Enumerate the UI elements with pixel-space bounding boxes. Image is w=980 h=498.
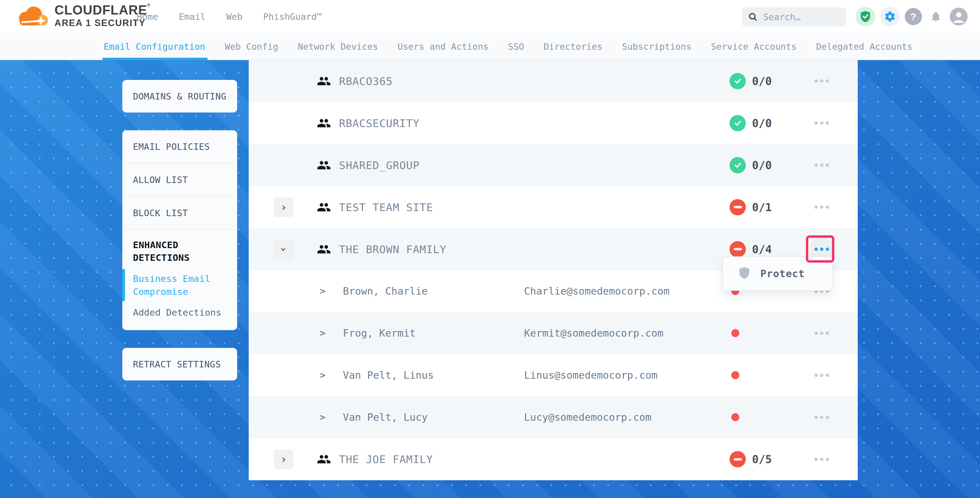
dot-icon [820, 80, 823, 83]
dot-icon [826, 205, 829, 209]
table-row-rbaco365: RBACO3650/0 [249, 60, 858, 102]
chevron-icon: › [280, 202, 287, 213]
section-tabs: Email ConfigurationWeb ConfigNetwork Dev… [0, 33, 980, 60]
annotation-highlight [806, 235, 834, 263]
dot-icon [820, 416, 823, 419]
group-name: TEST TEAM SITE [339, 201, 433, 213]
status-dot [731, 329, 739, 337]
row-actions-menu-button[interactable] [809, 111, 834, 135]
sidebar-section-enhanced-detections: ENHANCED DETECTIONSBusiness Email Compro… [122, 230, 237, 330]
minus-icon [733, 206, 742, 208]
protected-count: 0/5 [752, 453, 772, 466]
row-actions-menu-button[interactable] [809, 153, 834, 178]
dot-icon [815, 164, 818, 167]
tab-web-config[interactable]: Web Config [225, 33, 278, 59]
header-icon-cluster: ? [856, 0, 967, 33]
topnav-item-web[interactable]: Web [226, 11, 242, 22]
dot-icon [820, 164, 823, 167]
dot-icon [826, 416, 829, 419]
sidebar-card-retract: RETRACT SETTINGS [122, 348, 237, 380]
tab-service-accounts[interactable]: Service Accounts [711, 33, 796, 59]
group-icon [317, 158, 331, 172]
top-navigation: HomeEmailWebPhishGuard™ [137, 0, 322, 33]
dot-icon [815, 205, 818, 209]
sidebar-item-enhanced-detections[interactable]: ENHANCED DETECTIONS [133, 239, 226, 264]
sidebar-item-domains-routing[interactable]: DOMAINS & ROUTING [122, 80, 237, 113]
sidebar-item-allow-list[interactable]: ALLOW LIST [122, 164, 237, 196]
member-email: Linus@somedemocorp.com [524, 369, 657, 381]
dot-icon [820, 121, 823, 125]
search-input[interactable] [763, 12, 837, 22]
search-box[interactable] [742, 7, 846, 26]
member-chevron-icon[interactable]: > [320, 412, 325, 423]
dot-icon [826, 164, 829, 167]
avatar-icon[interactable] [950, 8, 967, 25]
help-icon[interactable]: ? [905, 8, 922, 25]
row-actions-menu-button[interactable] [809, 195, 834, 220]
tab-users-and-actions[interactable]: Users and Actions [398, 33, 488, 59]
topnav-item-phishguard[interactable]: PhishGuard™ [263, 11, 322, 22]
shield-icon [738, 266, 750, 281]
sidebar-item-retract-settings[interactable]: RETRACT SETTINGS [122, 348, 237, 380]
dot-icon [826, 80, 829, 83]
status-blocked-badge [730, 241, 746, 257]
groups-table: RBACO3650/0RBACSECURITY0/0SHARED_GROUP0/… [249, 60, 858, 480]
cloudflare-cloud-icon [15, 5, 51, 30]
status-ok-badge [730, 157, 746, 173]
chevron-icon: › [280, 454, 287, 465]
topnav-item-email[interactable]: Email [179, 11, 205, 22]
sidebar-subitem-business-email-compromise[interactable]: Business Email Compromise [122, 272, 237, 298]
row-actions-menu-button[interactable] [809, 447, 834, 472]
tab-subscriptions[interactable]: Subscriptions [622, 33, 692, 59]
sidebar-subitem-added-detections[interactable]: Added Detections [122, 306, 237, 319]
collapse-button[interactable]: › [274, 240, 293, 259]
protected-count: 0/0 [752, 159, 772, 172]
sidebar-item-block-list[interactable]: BLOCK LIST [122, 197, 237, 229]
gear-icon[interactable] [880, 7, 900, 26]
row-actions-menu-button[interactable] [809, 363, 834, 388]
shield-check-icon[interactable] [856, 7, 875, 26]
group-icon [317, 116, 331, 130]
expand-button[interactable]: › [274, 197, 293, 217]
member-chevron-icon[interactable]: > [320, 369, 325, 381]
group-icon [317, 242, 331, 256]
cloudflare-area1-logo[interactable]: CLOUDFLARE® AREA 1 SECURITY [15, 3, 150, 30]
dot-icon [826, 374, 829, 377]
table-row-the-joe-family: ›THE JOE FAMILY0/5 [249, 438, 858, 480]
status-blocked-badge [730, 199, 746, 215]
row-actions-menu-button[interactable] [809, 321, 834, 345]
group-name: THE JOE FAMILY [339, 453, 433, 465]
member-chevron-icon[interactable]: > [320, 285, 325, 297]
member-email: Kermit@somedemocorp.com [524, 327, 663, 339]
status-blocked-badge [730, 451, 746, 468]
group-icon [317, 200, 331, 214]
status-dot [731, 371, 739, 379]
group-name: SHARED_GROUP [339, 159, 420, 171]
expand-button[interactable]: › [274, 449, 293, 469]
dot-icon [815, 458, 818, 461]
member-chevron-icon[interactable]: > [320, 328, 325, 339]
tab-email-configuration[interactable]: Email Configuration [103, 33, 205, 59]
table-row-van-pelt-linus: >Van Pelt, LinusLinus@somedemocorp.com [249, 354, 858, 396]
group-icon [317, 452, 331, 466]
sidebar-card-domains: DOMAINS & ROUTING [122, 80, 237, 113]
tab-sso[interactable]: SSO [508, 33, 524, 59]
tab-directories[interactable]: Directories [544, 33, 603, 59]
table-row-van-pelt-lucy: >Van Pelt, LucyLucy@somedemocorp.com [249, 396, 858, 438]
brand-subtitle: AREA 1 SECURITY [54, 18, 150, 29]
bell-icon[interactable] [927, 8, 945, 25]
menu-item-protect[interactable]: Protect [723, 266, 832, 281]
dot-icon [815, 374, 818, 377]
tab-network-devices[interactable]: Network Devices [298, 33, 378, 59]
table-row-test-team-site: ›TEST TEAM SITE0/1 [249, 186, 858, 228]
topnav-item-home[interactable]: Home [137, 11, 158, 22]
dot-icon [820, 205, 823, 209]
sidebar-item-email-policies[interactable]: EMAIL POLICIES [122, 130, 237, 163]
dot-icon [820, 458, 823, 461]
row-actions-menu-button[interactable] [809, 405, 834, 430]
member-email: Charlie@somedemocorp.com [524, 285, 670, 297]
protected-count: 0/0 [752, 75, 772, 88]
row-actions-menu-button[interactable] [809, 69, 834, 94]
tab-delegated-accounts[interactable]: Delegated Accounts [816, 33, 912, 59]
member-name: Brown, Charlie [343, 285, 428, 297]
